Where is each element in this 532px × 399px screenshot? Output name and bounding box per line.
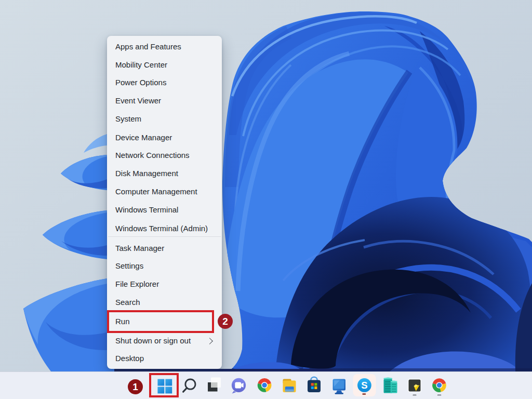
svg-text:S: S xyxy=(361,380,367,391)
